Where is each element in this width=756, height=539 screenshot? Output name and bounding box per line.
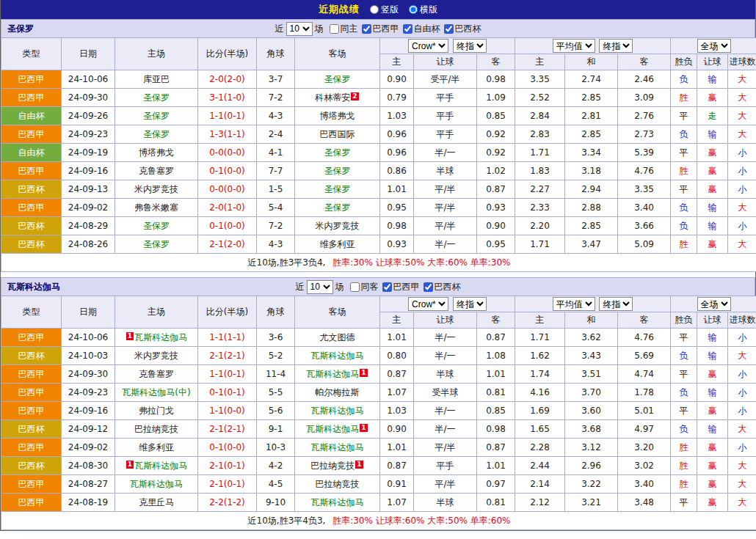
odds-source-select[interactable]: Crow*	[408, 297, 448, 311]
team-link[interactable]: 瓦斯科达伽马	[311, 442, 364, 452]
filter-checkbox-同主[interactable]	[330, 24, 339, 34]
avg-final-select[interactable]: 终指	[599, 297, 633, 311]
match-score[interactable]: 1-1(0-0)	[198, 402, 257, 420]
team-link[interactable]: 圣保罗	[324, 147, 351, 158]
team-link[interactable]: 瓦斯科达伽马	[134, 332, 187, 342]
team-link[interactable]: 维多利亚	[139, 442, 174, 452]
team-link[interactable]: 瓦斯科达伽马	[134, 461, 187, 471]
team-link[interactable]: 库亚巴	[143, 74, 170, 84]
match-score[interactable]: 3-1(1-0)	[198, 89, 257, 107]
team-link[interactable]: 瓦斯科达伽马	[306, 424, 359, 434]
match-score[interactable]: 2-1(0-1)	[198, 475, 257, 494]
match-score[interactable]: 0-1(0-1)	[198, 384, 257, 402]
filter-option-同主[interactable]: 同主	[330, 23, 358, 35]
team-link[interactable]: 瓦斯科达伽马	[306, 369, 359, 379]
team-link[interactable]: 克里丘马	[139, 497, 174, 507]
filter-checkbox-巴西杯[interactable]	[444, 24, 454, 34]
team-link[interactable]: 克鲁塞罗	[139, 166, 174, 176]
team-link[interactable]: 圣保罗	[143, 129, 170, 139]
scope-select[interactable]: 全场	[697, 297, 731, 311]
eu-draw-odds: 2.96	[565, 457, 618, 475]
filter-checkbox-巴西杯[interactable]	[424, 282, 433, 292]
team-link[interactable]: 圣保罗	[324, 184, 351, 194]
horizontal-radio-input[interactable]	[409, 5, 418, 14]
odds-source-select[interactable]: Crow*	[408, 39, 448, 53]
match-score[interactable]: 1-3(1-1)	[198, 125, 257, 144]
team-link[interactable]: 尤文图德	[320, 332, 355, 342]
team-link[interactable]: 圣保罗	[324, 166, 351, 176]
match-score[interactable]: 1-1(1-1)	[198, 329, 257, 347]
team-link[interactable]: 圣保罗	[324, 74, 351, 84]
recent-count-select[interactable]: 10	[286, 22, 313, 36]
handicap-final-select[interactable]: 终指	[453, 39, 487, 53]
result-goals: 大	[728, 199, 756, 217]
avg-final-select[interactable]: 终指	[599, 39, 633, 53]
handicap-final-select[interactable]: 终指	[453, 297, 487, 311]
filter-option-自由杯[interactable]: 自由杯	[403, 23, 440, 35]
match-row: 巴西甲24-09-16克鲁塞罗0-1(0-0)7-7圣保罗0.86半球1.021…	[1, 162, 756, 180]
match-score[interactable]: 1-1(0-1)	[198, 107, 257, 125]
match-score[interactable]: 0-0(0-0)	[198, 144, 257, 162]
team-link[interactable]: 瓦斯科达伽马	[311, 406, 364, 416]
filter-option-巴西甲[interactable]: 巴西甲	[382, 281, 420, 293]
filter-checkbox-同客[interactable]	[350, 282, 360, 292]
match-score[interactable]: 1-1(0-1)	[198, 365, 257, 384]
match-score[interactable]: 2-0(1-0)	[198, 199, 257, 217]
filter-option-巴西杯[interactable]: 巴西杯	[424, 281, 461, 293]
team-link[interactable]: 瓦斯科达伽马	[311, 351, 364, 361]
team-link[interactable]: 巴拉纳竞技	[310, 461, 355, 471]
team-link[interactable]: 巴西国际	[320, 129, 355, 139]
layout-option-vertical[interactable]: 竖版	[370, 4, 399, 16]
corner-count: 7-2	[257, 89, 295, 107]
match-score[interactable]: 0-1(0-0)	[198, 439, 257, 457]
match-score[interactable]: 2-1(0-1)	[198, 457, 257, 475]
ah-home-odds: 0.93	[380, 235, 414, 254]
eu-away-odds: 2.46	[618, 70, 671, 89]
team-link[interactable]: 圣保罗	[143, 239, 170, 249]
team-link[interactable]: 巴拉纳竞技	[134, 424, 178, 434]
avg-select[interactable]: 平均值	[553, 297, 595, 311]
ah-home-odds: 1.07	[380, 494, 414, 512]
avg-select[interactable]: 平均值	[553, 39, 595, 53]
filter-checkbox-自由杯[interactable]	[403, 24, 412, 34]
team-link[interactable]: 弗鲁米嫩塞	[134, 202, 178, 213]
team-link[interactable]: 巴拉纳竞技	[316, 479, 360, 489]
team-link[interactable]: 瓦斯科达伽马	[130, 479, 183, 489]
filter-checkbox-巴西甲[interactable]	[382, 282, 392, 292]
match-score[interactable]: 0-1(0-0)	[198, 217, 257, 235]
team-link[interactable]: 弗拉门戈	[139, 406, 174, 416]
match-score[interactable]: 2-0(2-0)	[198, 70, 257, 89]
team-link[interactable]: 博塔弗戈	[320, 111, 355, 121]
filter-checkbox-巴西甲[interactable]	[362, 24, 371, 34]
team-link[interactable]: 克鲁塞罗	[139, 369, 174, 379]
team-link[interactable]: 瓦斯科达伽马	[311, 497, 364, 507]
filter-option-同客[interactable]: 同客	[350, 281, 379, 293]
team-link[interactable]: 帕尔梅拉斯	[316, 387, 360, 397]
team-link[interactable]: 瓦斯科达伽马(中)	[122, 387, 190, 397]
match-score[interactable]: 2-2(1-2)	[198, 494, 257, 512]
match-score[interactable]: 0-0(0-0)	[198, 180, 257, 199]
vertical-radio-input[interactable]	[370, 5, 379, 14]
team-link[interactable]: 米内罗竞技	[134, 351, 178, 361]
result-goals: 大	[728, 125, 756, 144]
match-score[interactable]: 2-1(2-1)	[198, 347, 257, 365]
team-link[interactable]: 圣保罗	[143, 221, 170, 231]
filter-option-巴西甲[interactable]: 巴西甲	[362, 23, 399, 35]
team-link[interactable]: 维多利亚	[320, 239, 355, 249]
match-score[interactable]: 2-1(2-0)	[198, 235, 257, 254]
layout-option-horizontal[interactable]: 横版	[409, 4, 437, 16]
match-score[interactable]: 0-1(0-0)	[198, 162, 257, 180]
scope-select[interactable]: 全场	[697, 39, 731, 53]
away-team-cell: 圣保罗	[295, 180, 380, 199]
team-link[interactable]: 米内罗竞技	[316, 221, 360, 231]
team-link[interactable]: 博塔弗戈	[139, 147, 174, 158]
team-link[interactable]: 米内罗竞技	[134, 184, 178, 194]
match-score[interactable]: 2-1(2-1)	[198, 420, 257, 439]
team-link[interactable]: 圣保罗	[324, 202, 351, 213]
team-link[interactable]: 圣保罗	[143, 92, 170, 103]
recent-count-select[interactable]: 10	[307, 280, 333, 294]
result-outcome: 胜	[671, 235, 697, 254]
filter-option-巴西杯[interactable]: 巴西杯	[444, 23, 481, 35]
team-link[interactable]: 科林蒂安	[315, 92, 350, 103]
team-link[interactable]: 圣保罗	[143, 111, 170, 121]
